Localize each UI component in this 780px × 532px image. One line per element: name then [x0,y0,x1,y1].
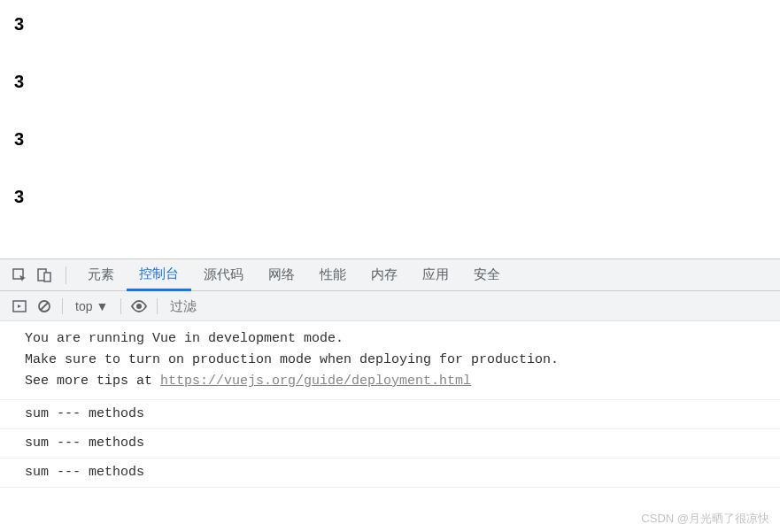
tab-elements[interactable]: 元素 [75,259,127,291]
devtools-panel: 元素 控制台 源代码 网络 性能 内存 应用 安全 top ▼ You are … [0,258,780,488]
tab-network[interactable]: 网络 [256,259,307,291]
page-content: 3 3 3 3 [0,0,780,258]
console-message: sum --- methods [0,400,780,429]
page-value: 3 [14,129,766,150]
filter-input[interactable] [163,295,340,317]
device-toggle-icon[interactable] [32,263,57,288]
page-value: 3 [14,14,766,35]
context-selector[interactable]: top ▼ [68,299,115,313]
page-value: 3 [14,187,766,207]
console-text: Make sure to turn on production mode whe… [25,352,559,367]
devtools-tabs: 元素 控制台 源代码 网络 性能 内存 应用 安全 [0,259,780,291]
console-output: You are running Vue in development mode.… [0,321,780,488]
svg-rect-2 [44,273,50,281]
tab-sources[interactable]: 源代码 [191,259,256,291]
divider [66,266,66,284]
divider [120,298,121,314]
svg-point-6 [136,304,142,309]
divider [62,298,63,314]
console-toolbar: top ▼ [0,291,780,321]
console-link[interactable]: https://vuejs.org/guide/deployment.html [160,374,471,389]
console-text: See more tips at [25,374,160,389]
watermark: CSDN @月光晒了很凉快 [641,511,769,527]
tab-performance[interactable]: 性能 [307,259,359,291]
clear-console-icon[interactable] [32,294,57,319]
chevron-down-icon: ▼ [96,299,108,313]
divider [157,298,158,314]
console-message: You are running Vue in development mode.… [0,321,780,400]
page-value: 3 [14,72,766,92]
svg-line-5 [41,303,48,310]
toggle-sidebar-icon[interactable] [7,294,32,319]
tab-memory[interactable]: 内存 [359,259,410,291]
tab-console[interactable]: 控制台 [127,259,191,291]
tab-application[interactable]: 应用 [410,259,461,291]
console-message: sum --- methods [0,429,780,459]
eye-icon[interactable] [127,294,151,319]
context-label: top [75,299,92,313]
console-text: You are running Vue in development mode. [25,331,344,346]
console-message: sum --- methods [0,459,780,488]
inspect-icon[interactable] [7,263,32,288]
tab-security[interactable]: 安全 [461,259,513,291]
